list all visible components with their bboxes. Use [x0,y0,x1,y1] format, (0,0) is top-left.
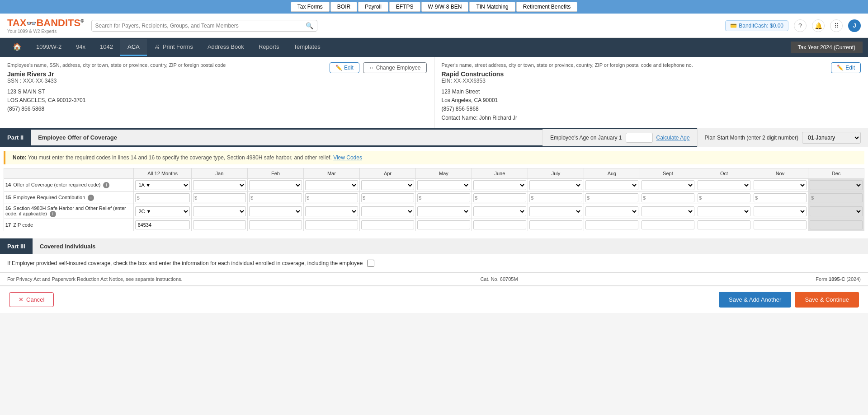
row16-mar-select[interactable] [305,206,358,216]
row15-mar-input[interactable] [310,194,357,202]
row15-june-input[interactable] [478,194,525,202]
top-nav-tin[interactable]: TIN Matching [469,2,515,12]
row16-june-select[interactable] [473,206,526,216]
row14-oct-select[interactable] [698,180,750,190]
row16-all12-select[interactable]: 2C ▼ [135,206,190,216]
row17-nov-input[interactable] [754,220,807,229]
row16-feb-select[interactable] [249,206,302,216]
row15-aug-input[interactable] [590,194,637,202]
top-nav-payroll[interactable]: Payroll [358,2,388,12]
nav-94x[interactable]: 94x [69,39,93,56]
table-row: 14 Offer of Coverage (enter required cod… [4,178,864,191]
row16-info-icon[interactable]: i [50,211,56,217]
note-banner: Note: You must enter the required codes … [4,151,864,164]
home-icon: 🏠 [13,42,22,51]
row17-apr-input[interactable] [361,220,414,229]
row16-label: 16 Section 4980H Safe Harbor and Other R… [4,204,134,219]
row14-all12-select[interactable]: 1A ▼ [135,180,190,190]
payer-edit-button[interactable]: ✏️ Edit [831,62,861,73]
row15-sept-input[interactable] [646,194,693,202]
row17-nov-cell [752,219,808,231]
covered-checkbox[interactable] [367,260,374,267]
nav-print-forms[interactable]: 🖨 Print Forms [147,39,200,56]
top-nav-eftps[interactable]: EFTPS [389,2,420,12]
row15-oct-input[interactable] [703,194,749,202]
save-continue-button[interactable]: Save & Continue [795,292,859,308]
row15-apr-input[interactable] [366,194,413,202]
employee-edit-button[interactable]: ✏️ Edit [330,62,359,73]
row14-may-cell [415,178,472,191]
row14-info-icon[interactable]: i [103,182,109,188]
row17-july-input[interactable] [529,220,582,229]
row15-nov-input[interactable] [759,194,805,202]
row16-aug-select[interactable] [585,206,638,216]
row14-july-select[interactable] [529,180,582,190]
nav-aca[interactable]: ACA [120,39,147,56]
top-nav-boir[interactable]: BOIR [330,2,357,12]
nav-address-book[interactable]: Address Book [200,39,251,56]
row17-all12-input[interactable] [135,220,190,229]
row14-june-select[interactable] [473,180,526,190]
calculate-age-link[interactable]: Calculate Age [656,135,690,141]
row14-aug-select[interactable] [585,180,638,190]
row17-all12-cell [134,219,192,231]
cancel-button[interactable]: ✕ Cancel [9,292,54,307]
nav-1099w2[interactable]: 1099/W-2 [29,39,69,56]
row14-dec-select[interactable] [810,180,863,190]
row17-jan-input[interactable] [193,220,246,229]
row17-feb-input[interactable] [249,220,302,229]
row17-june-input[interactable] [473,220,526,229]
bandit-cash-display[interactable]: 💳 BanditCash: $0.00 [725,20,788,31]
row14-jan-select[interactable] [193,180,246,190]
row17-aug-input[interactable] [585,220,638,229]
nav-templates[interactable]: Templates [286,39,327,56]
row15-july-input[interactable] [534,194,581,202]
top-nav-retirement[interactable]: Retirement Benefits [516,2,577,12]
top-nav-w9[interactable]: W-9/W-8 BEN [421,2,469,12]
row14-nov-select[interactable] [754,180,807,190]
row16-nov-select[interactable] [754,206,807,216]
row16-july-select[interactable] [529,206,582,216]
row15-feb-input[interactable] [254,194,301,202]
row16-sept-cell [640,204,696,219]
apps-icon[interactable]: ⠿ [830,19,843,32]
row16-dec-cell [808,204,864,219]
row15-dec-input[interactable] [815,194,861,202]
row17-oct-input[interactable] [698,220,750,229]
row15-all12-input[interactable] [141,194,189,202]
avatar[interactable]: J [848,19,861,32]
row14-sept-select[interactable] [642,180,694,190]
change-employee-button[interactable]: ↔️ Change Employee [363,62,427,73]
save-add-another-button[interactable]: Save & Add Another [719,292,791,308]
row14-feb-select[interactable] [249,180,302,190]
row14-apr-select[interactable] [361,180,414,190]
help-icon[interactable]: ? [794,19,807,32]
view-codes-link[interactable]: View Codes [333,154,362,161]
plan-start-select[interactable]: 01-January 02-February 03-March 04-April… [802,132,861,144]
row16-dec-select[interactable] [810,206,863,216]
nav-reports[interactable]: Reports [251,39,287,56]
row16-feb-cell [247,204,303,219]
nav-1042[interactable]: 1042 [93,39,120,56]
row15-may-input[interactable] [422,194,469,202]
row17-mar-input[interactable] [305,220,358,229]
row16-jan-select[interactable] [193,206,246,216]
age-input[interactable] [626,133,653,143]
row16-may-select[interactable] [417,206,470,216]
row17-may-input[interactable] [417,220,470,229]
row15-info-icon[interactable]: i [88,195,94,201]
row16-apr-select[interactable] [361,206,414,216]
row14-may-select[interactable] [417,180,470,190]
row14-label: 14 Offer of Coverage (enter required cod… [4,178,134,191]
row16-oct-select[interactable] [698,206,750,216]
row16-sept-select[interactable] [642,206,694,216]
nav-home[interactable]: 🏠 [5,38,29,57]
row17-dec-input[interactable] [810,220,863,229]
row14-mar-select[interactable] [305,180,358,190]
row15-jan-input[interactable] [198,194,245,202]
row17-sept-input[interactable] [642,220,694,229]
notification-icon[interactable]: 🔔 [812,19,825,32]
search-bar[interactable]: 🔍 [91,20,317,32]
search-input[interactable] [95,23,306,29]
top-nav-tax-forms[interactable]: Tax Forms [291,2,330,12]
